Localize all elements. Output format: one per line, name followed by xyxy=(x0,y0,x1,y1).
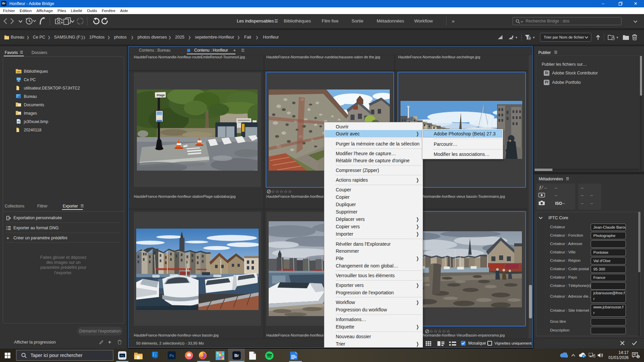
svg-text:Ps: Ps xyxy=(121,354,124,357)
svg-text:Br: Br xyxy=(234,353,239,358)
svg-text:Plage: Plage xyxy=(157,94,165,97)
svg-text:1: 1 xyxy=(637,355,639,358)
svg-text:Ps: Ps xyxy=(170,354,174,358)
